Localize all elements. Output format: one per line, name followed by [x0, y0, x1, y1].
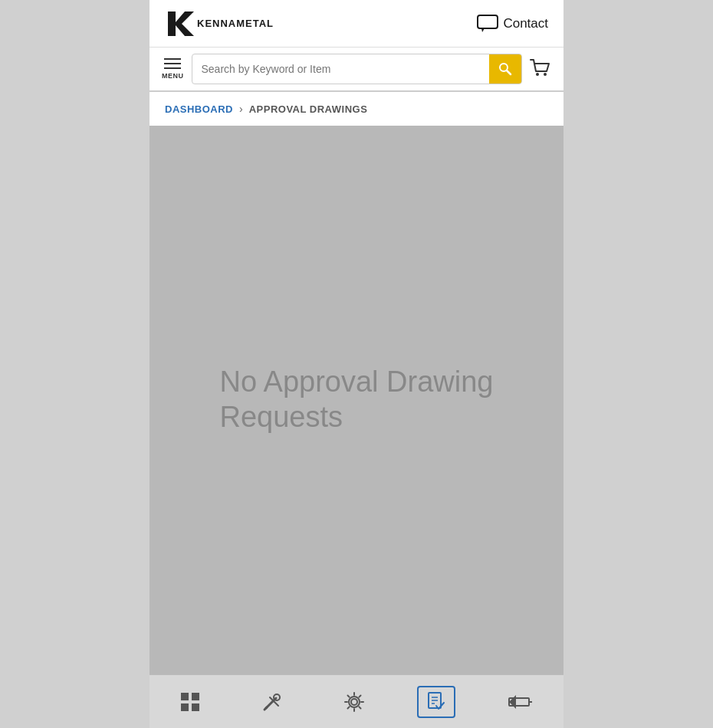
logo-text: KENNAMETAL [197, 18, 274, 29]
svg-point-15 [351, 699, 357, 705]
search-row: MENU [150, 48, 564, 92]
nav-item-grid[interactable] [171, 687, 209, 717]
svg-marker-22 [509, 695, 516, 709]
search-icon [498, 62, 512, 76]
cart-icon [530, 59, 551, 79]
back-arrow-icon [508, 692, 533, 712]
svg-rect-7 [181, 693, 189, 700]
breadcrumb-dashboard[interactable]: DASHBOARD [165, 103, 233, 115]
settings-icon [343, 691, 365, 713]
breadcrumb-chevron-icon: › [239, 103, 243, 115]
svg-line-13 [264, 707, 267, 710]
menu-label: MENU [162, 72, 184, 80]
hamburger-icon [164, 58, 181, 69]
bottom-nav [150, 674, 564, 728]
search-button[interactable] [489, 54, 521, 84]
tools-icon [262, 692, 282, 712]
cart-button[interactable] [530, 59, 551, 79]
header: KENNAMETAL Contact [150, 0, 564, 48]
svg-rect-8 [192, 693, 199, 700]
empty-state-message: No Approval Drawing Requests [220, 365, 494, 435]
contact-icon [477, 15, 498, 33]
approval-icon [426, 692, 446, 712]
empty-message-line2: Requests [220, 400, 494, 435]
main-content: No Approval Drawing Requests [150, 126, 564, 674]
nav-item-tools[interactable] [253, 687, 291, 717]
nav-item-settings[interactable] [334, 687, 374, 717]
svg-marker-0 [168, 11, 194, 36]
logo-area: KENNAMETAL [165, 10, 274, 38]
phone-frame: KENNAMETAL Contact MENU [150, 0, 564, 728]
contact-button[interactable]: Contact [477, 15, 548, 33]
breadcrumb: DASHBOARD › APPROVAL DRAWINGS [150, 92, 564, 126]
breadcrumb-current: APPROVAL DRAWINGS [249, 103, 368, 115]
nav-item-approval[interactable] [417, 686, 455, 718]
grid-icon [180, 692, 200, 712]
search-input-wrapper [192, 54, 523, 84]
svg-line-4 [507, 71, 511, 74]
empty-message-line1: No Approval Drawing [220, 365, 494, 400]
svg-point-5 [536, 73, 539, 76]
svg-rect-9 [181, 703, 189, 711]
svg-rect-1 [478, 15, 498, 28]
svg-rect-10 [192, 703, 199, 711]
search-input[interactable] [192, 57, 490, 81]
contact-label: Contact [503, 16, 548, 31]
menu-button[interactable]: MENU [162, 58, 184, 80]
nav-item-back[interactable] [499, 687, 542, 717]
svg-point-6 [544, 73, 547, 76]
kennametal-logo-icon [165, 10, 197, 38]
svg-marker-2 [481, 28, 485, 32]
